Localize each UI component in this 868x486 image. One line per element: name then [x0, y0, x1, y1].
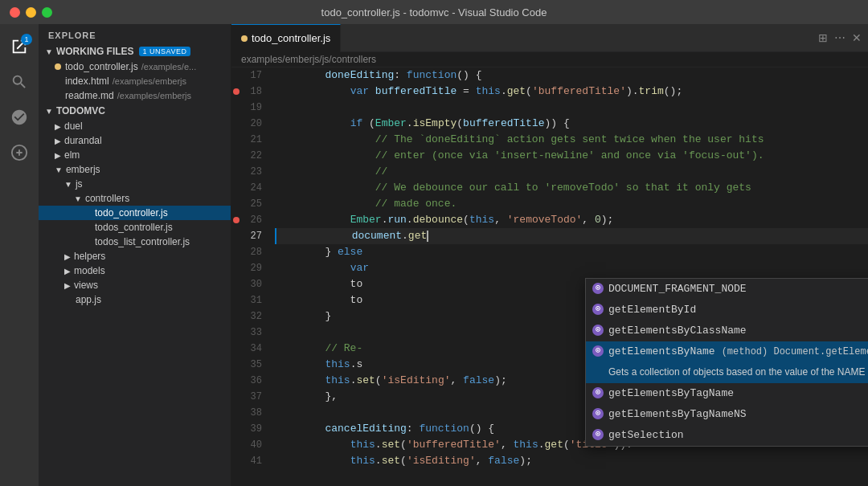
line-num-18: 18: [231, 84, 262, 100]
autocomplete-icon-1: ⊙: [592, 304, 604, 315]
autocomplete-item-5[interactable]: ⊙ getElementsByTagNameNS: [586, 404, 868, 425]
maximize-button[interactable]: [42, 7, 52, 18]
tree-folder-js[interactable]: ▼ js: [39, 177, 231, 191]
file-label: todos_controller.js: [95, 222, 173, 233]
folder-label: models: [74, 265, 105, 276]
text-cursor: [427, 231, 428, 242]
code-line-26: Ember.run.debounce(this, 'removeTodo', 0…: [275, 212, 868, 228]
split-editor-icon[interactable]: ⊞: [818, 31, 828, 44]
tree-folder-models[interactable]: ▶ models: [39, 263, 231, 278]
line-num-29: 29: [231, 260, 262, 276]
tree-folder-elm[interactable]: ▶ elm: [39, 148, 231, 162]
file-label: todos_list_controller.js: [95, 236, 190, 247]
sidebar-file-readme[interactable]: readme.md /examples/emberjs: [39, 88, 231, 103]
autocomplete-item-1[interactable]: ⊙ getElementById: [586, 300, 868, 321]
folder-label: emberjs: [66, 164, 100, 175]
line-num-32: 32: [231, 308, 262, 325]
autocomplete-label-0: DOCUMENT_FRAGMENT_NODE: [608, 281, 747, 297]
explorer-badge: 1: [21, 34, 32, 45]
line-num-26: 26: [231, 212, 262, 228]
autocomplete-icon-0: ⊙: [592, 283, 604, 294]
todomvc-label: TODOMVC: [56, 105, 105, 116]
autocomplete-item-6[interactable]: ⊙ getSelection: [586, 425, 868, 446]
file-path: /examples/e...: [141, 62, 196, 71]
modified-dot: [55, 63, 61, 70]
code-line-41: this.set('isEditing', false);: [275, 453, 868, 469]
code-line-23: //: [275, 164, 868, 180]
window-controls[interactable]: [10, 7, 52, 18]
working-files-section[interactable]: ▼ WORKING FILES 1 UNSAVED: [39, 43, 231, 59]
autocomplete-item-3[interactable]: ⊙ getElementsByName (method) Document.ge…: [586, 341, 868, 362]
todomvc-section[interactable]: ▼ TODOMVC: [39, 103, 231, 119]
sidebar-file-todo-controller[interactable]: todo_controller.js /examples/e...: [39, 59, 231, 74]
more-actions-icon[interactable]: ⋯: [834, 31, 845, 44]
line-num-20: 20: [231, 116, 262, 132]
folder-arrow: ▶: [64, 252, 71, 261]
autocomplete-item-0[interactable]: ⊙ DOCUMENT_FRAGMENT_NODE: [586, 279, 868, 300]
autocomplete-item-2[interactable]: ⊙ getElementsByClassName: [586, 321, 868, 341]
folder-label: js: [76, 178, 83, 190]
line-num-33: 33: [231, 325, 262, 341]
todomvc-arrow: ▼: [45, 107, 53, 116]
line-num-23: 23: [231, 164, 262, 180]
tree-folder-helpers[interactable]: ▶ helpers: [39, 249, 231, 263]
tree-folder-emberjs[interactable]: ▼ emberjs: [39, 162, 231, 177]
folder-arrow: ▶: [64, 281, 71, 290]
code-line-18: var bufferedTitle = this.get('bufferedTi…: [275, 84, 868, 100]
folder-arrow: ▼: [55, 165, 63, 174]
line-num-25: 25: [231, 196, 262, 212]
tree-folder-duel[interactable]: ▶ duel: [39, 119, 231, 133]
tree-file-todos-controller[interactable]: todos_controller.js: [39, 220, 231, 235]
autocomplete-icon-6: ⊙: [592, 429, 604, 440]
working-files-arrow: ▼: [45, 47, 53, 56]
folder-arrow: ▶: [55, 137, 61, 145]
close-tab-icon[interactable]: ✕: [852, 31, 862, 44]
folder-label: controllers: [85, 193, 129, 204]
autocomplete-item-4[interactable]: ⊙ getElementsByTagName: [586, 383, 868, 404]
sidebar-file-index[interactable]: index.html /examples/emberjs: [39, 74, 231, 88]
tab-icons: ⊞ ⋯ ✕: [818, 31, 868, 44]
folder-label: elm: [64, 149, 80, 161]
close-button[interactable]: [10, 7, 20, 18]
line-num-21: 21: [231, 132, 262, 148]
line-num-24: 24: [231, 180, 262, 196]
autocomplete-label-2: getElementsByClassName: [608, 323, 747, 339]
code-line-27: document.get: [275, 228, 868, 244]
sidebar: EXPLORE ▼ WORKING FILES 1 UNSAVED todo_c…: [39, 24, 231, 486]
folder-label: duel: [64, 120, 83, 132]
minimize-button[interactable]: [26, 7, 36, 18]
activity-explorer[interactable]: 1: [3, 31, 35, 63]
code-line-29: var: [275, 260, 868, 276]
autocomplete-label-6: getSelection: [608, 427, 684, 443]
code-line-17: doneEditing: function () {: [275, 67, 868, 84]
tree-file-todos-list-controller[interactable]: todos_list_controller.js: [39, 235, 231, 249]
folder-label: views: [74, 280, 98, 291]
code-line-28: } else: [275, 244, 868, 260]
activity-git[interactable]: [3, 101, 35, 133]
line-num-39: 39: [231, 421, 262, 437]
autocomplete-label-1: getElementById: [608, 302, 696, 318]
tree-file-todo-controller[interactable]: todo_controller.js: [39, 206, 231, 220]
activity-debug[interactable]: [3, 137, 35, 169]
tree-folder-durandal[interactable]: ▶ durandal: [39, 133, 231, 148]
tree-folder-controllers[interactable]: ▼ controllers: [39, 191, 231, 206]
autocomplete-detail-desc: Gets a collection of objects based on th…: [586, 362, 868, 383]
line-num-31: 31: [231, 292, 262, 308]
tab-modified-dot: [241, 35, 248, 42]
activity-search[interactable]: [3, 66, 35, 98]
tree-folder-views[interactable]: ▶ views: [39, 278, 231, 292]
line-num-35: 35: [231, 357, 262, 373]
folder-label: durandal: [64, 135, 102, 146]
line-num-40: 40: [231, 437, 262, 453]
line-num-36: 36: [231, 373, 262, 389]
autocomplete-icon-3: ⊙: [592, 345, 604, 357]
code-container[interactable]: 17 18 19 20 21 22 23 24 25 26 27 28 29 3…: [231, 67, 868, 486]
titlebar: todo_controller.js - todomvc - Visual St…: [0, 0, 868, 24]
line-num-30: 30: [231, 276, 262, 292]
tab-todo-controller[interactable]: todo_controller.js: [231, 24, 341, 52]
tab-bar: todo_controller.js ⊞ ⋯ ✕: [231, 24, 868, 52]
code-line-19: [275, 100, 868, 116]
line-num-27: 27: [231, 228, 262, 244]
tree-file-appjs[interactable]: app.js: [39, 292, 231, 307]
line-num-22: 22: [231, 148, 262, 164]
